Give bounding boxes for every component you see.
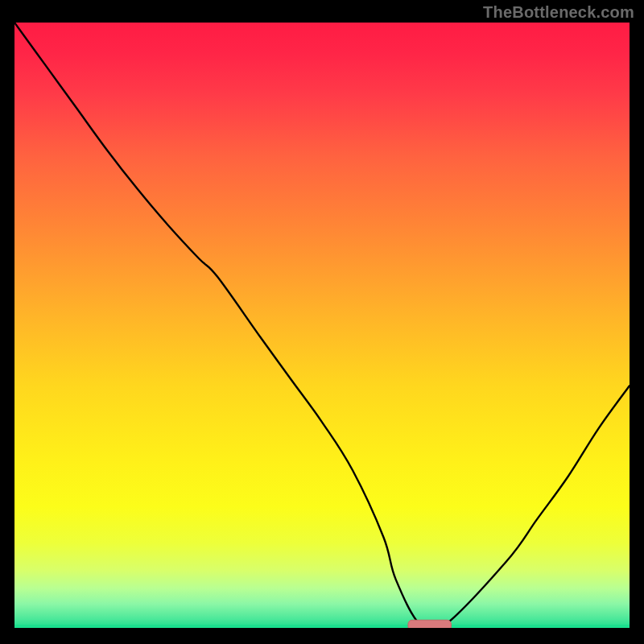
watermark-label: TheBottleneck.com [483, 3, 634, 22]
plot-area [14, 23, 630, 628]
baseline-strip [14, 625, 630, 628]
chart-frame: TheBottleneck.com [0, 0, 644, 644]
gradient-background [14, 23, 630, 628]
optimal-marker [408, 620, 451, 628]
bottleneck-chart-svg [14, 23, 630, 628]
